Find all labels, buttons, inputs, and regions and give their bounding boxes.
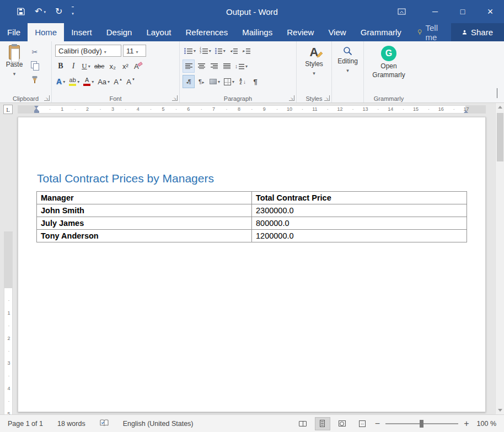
font-color-button[interactable]: A xyxy=(82,75,95,88)
decrease-indent-button[interactable]: ◂ xyxy=(228,45,239,57)
minimize-button[interactable]: ─ xyxy=(421,0,449,23)
styles-button[interactable]: A Styles xyxy=(298,43,330,94)
left-indent-marker[interactable] xyxy=(34,111,39,113)
tab-home[interactable]: Home xyxy=(28,23,64,41)
table-cell[interactable]: John Smith xyxy=(37,204,252,217)
highlight-color-button[interactable]: ab xyxy=(68,75,81,88)
maximize-button[interactable]: □ xyxy=(449,0,476,23)
align-right-button[interactable] xyxy=(208,60,219,72)
line-spacing-button[interactable]: ↕ xyxy=(234,60,249,72)
tab-references[interactable]: References xyxy=(178,23,235,41)
hruler-band[interactable]: 1·2·3·4·5·6·7·8·9·10·11·12·13·14·15·16·1… xyxy=(18,105,486,114)
collapse-ribbon-button[interactable] xyxy=(497,89,497,99)
table-header-cell[interactable]: Manager xyxy=(37,192,252,204)
vertical-ruler[interactable]: 1·2·3·4·5·6·7·8·9· xyxy=(4,231,13,414)
vruler-band[interactable]: 1·2·3·4·5·6·7·8·9· xyxy=(4,231,13,414)
styles-dropdown-icon[interactable] xyxy=(313,69,315,77)
tab-view[interactable]: View xyxy=(321,23,353,41)
zoom-in-button[interactable]: + xyxy=(464,419,469,428)
zoom-slider-thumb[interactable] xyxy=(420,420,423,428)
table-cell[interactable]: July James xyxy=(37,217,252,230)
paragraph-dialog-launcher-icon[interactable] xyxy=(289,95,294,101)
borders-button[interactable] xyxy=(223,75,235,88)
tab-mailings[interactable]: Mailings xyxy=(235,23,280,41)
align-left-button[interactable] xyxy=(183,60,194,72)
save-button[interactable] xyxy=(17,7,25,16)
page-count-indicator[interactable]: Page 1 of 1 xyxy=(8,420,43,428)
paste-dropdown-icon[interactable] xyxy=(13,69,16,77)
change-case-button[interactable]: Aa xyxy=(96,75,111,88)
zoom-out-button[interactable]: − xyxy=(375,419,380,428)
justify-button[interactable] xyxy=(221,60,232,72)
format-painter-button[interactable] xyxy=(28,74,42,84)
horizontal-ruler[interactable]: L 1·2·3·4·5·6·7·8·9·10·11·12·13·14·15·16… xyxy=(0,103,504,116)
table-cell[interactable]: 800000.0 xyxy=(252,217,467,230)
rtl-text-direction-button[interactable]: ¶▸ xyxy=(196,75,207,88)
superscript-button[interactable]: x² xyxy=(120,60,131,72)
tab-grammarly[interactable]: Grammarly xyxy=(353,23,409,41)
table-cell[interactable]: 2300000.0 xyxy=(252,204,467,217)
document-table[interactable]: ManagerTotal Contract Price John Smith23… xyxy=(36,191,467,242)
sort-button[interactable]: AZ↓ xyxy=(237,75,248,88)
strikethrough-button[interactable]: abe xyxy=(93,60,105,72)
undo-button[interactable]: ↶ xyxy=(35,7,46,16)
font-size-select[interactable]: 11 xyxy=(123,45,146,57)
grow-font-button[interactable]: A▲ xyxy=(112,75,124,88)
page-fit-button[interactable]: ↔ xyxy=(355,418,369,430)
scroll-up-icon[interactable] xyxy=(498,106,502,109)
editing-dropdown-icon[interactable] xyxy=(346,66,349,74)
tab-selector-button[interactable]: L xyxy=(3,105,13,114)
read-mode-button[interactable] xyxy=(296,418,310,430)
document-heading[interactable]: Total Contract Prices by Managers xyxy=(37,172,465,185)
zoom-slider[interactable] xyxy=(385,423,458,424)
tell-me-button[interactable]: Tell me xyxy=(411,23,451,41)
styles-dialog-launcher-icon[interactable] xyxy=(324,95,330,101)
share-button[interactable]: Share xyxy=(451,23,504,41)
shading-button[interactable] xyxy=(208,75,221,88)
document-page[interactable]: Total Contract Prices by Managers Manage… xyxy=(18,117,486,412)
ltr-text-direction-button[interactable]: ◂¶ xyxy=(183,75,194,88)
ribbon-display-options-button[interactable] xyxy=(389,0,414,23)
redo-button[interactable]: ↻ xyxy=(55,7,62,16)
tab-insert[interactable]: Insert xyxy=(64,23,99,41)
print-layout-button[interactable] xyxy=(315,418,330,430)
subscript-button[interactable]: x₂ xyxy=(107,60,118,72)
scroll-down-icon[interactable] xyxy=(498,409,502,412)
chevron-down-icon[interactable] xyxy=(102,47,106,55)
table-cell[interactable]: 1200000.0 xyxy=(252,230,467,242)
show-hide-marks-button[interactable]: ¶ xyxy=(250,75,261,88)
shrink-font-button[interactable]: A▼ xyxy=(125,75,136,88)
bullets-button[interactable] xyxy=(183,45,197,57)
zoom-level-button[interactable]: 100 % xyxy=(477,420,496,428)
cut-button[interactable]: ✂ xyxy=(28,47,42,57)
paste-button[interactable]: Paste xyxy=(1,43,28,84)
tab-layout[interactable]: Layout xyxy=(139,23,178,41)
clear-formatting-button[interactable]: A xyxy=(132,60,143,72)
italic-button[interactable]: I xyxy=(68,60,79,72)
web-layout-button[interactable] xyxy=(335,418,350,430)
tab-file[interactable]: File xyxy=(0,23,28,41)
tab-design[interactable]: Design xyxy=(99,23,140,41)
editing-button[interactable]: Editing xyxy=(333,43,362,94)
vertical-scrollbar[interactable] xyxy=(495,103,504,414)
copy-button[interactable] xyxy=(28,61,42,71)
increase-indent-button[interactable]: ▸ xyxy=(241,45,252,57)
word-count-indicator[interactable]: 18 words xyxy=(57,420,85,428)
scrollbar-thumb[interactable] xyxy=(497,113,503,161)
open-grammarly-button[interactable]: G Open Grammarly xyxy=(365,43,412,94)
numbering-button[interactable]: 1 2 3 xyxy=(199,45,212,57)
text-effects-button[interactable]: A xyxy=(55,75,66,88)
chevron-down-icon[interactable] xyxy=(134,47,138,55)
font-dialog-launcher-icon[interactable] xyxy=(172,95,178,101)
table-header-cell[interactable]: Total Contract Price xyxy=(252,192,467,204)
align-center-button[interactable] xyxy=(196,60,207,72)
language-indicator[interactable]: English (United States) xyxy=(123,420,194,428)
table-cell[interactable]: Tony Anderson xyxy=(37,230,252,242)
multilevel-list-button[interactable] xyxy=(214,45,227,57)
customize-qat-button[interactable] xyxy=(72,7,74,17)
proofing-status-button[interactable] xyxy=(100,419,109,428)
underline-button[interactable]: U xyxy=(81,60,92,72)
bold-button[interactable]: B xyxy=(55,60,66,72)
close-button[interactable]: × xyxy=(476,0,504,23)
clipboard-dialog-launcher-icon[interactable] xyxy=(44,95,50,101)
